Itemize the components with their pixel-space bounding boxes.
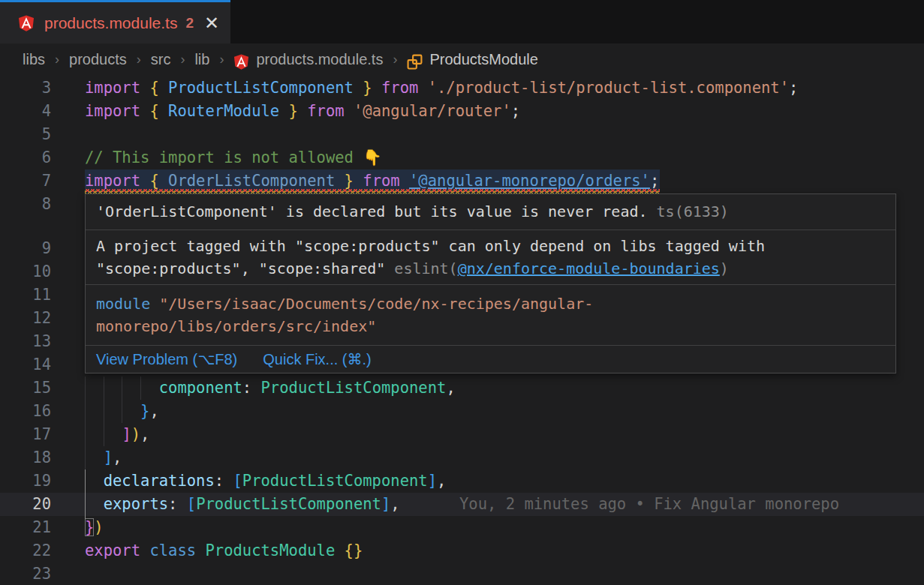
line-number[interactable]: 19 bbox=[0, 470, 51, 493]
code-line-4: 4import { RouterModule } from '@angular/… bbox=[0, 100, 924, 123]
line-number[interactable]: 8 bbox=[0, 193, 51, 216]
line-number[interactable]: 14 bbox=[0, 353, 51, 376]
hover-section-eslint-error: A project tagged with "scope:products" c… bbox=[86, 230, 895, 284]
code-text[interactable]: exports: [ProductListComponent], bbox=[85, 493, 400, 516]
tab-bar: products.module.ts 2 ✕ bbox=[0, 0, 924, 44]
code-line-15: 15 component: ProductListComponent, bbox=[0, 376, 924, 400]
chevron-right-icon: › bbox=[137, 52, 141, 68]
line-number[interactable]: 17 bbox=[0, 423, 51, 446]
code-text[interactable]: export class ProductsModule {} bbox=[85, 539, 363, 562]
code-text[interactable]: import { ProductListComponent } from './… bbox=[85, 76, 798, 100]
code-text[interactable]: }) bbox=[85, 516, 104, 539]
line-number[interactable]: 18 bbox=[0, 446, 51, 470]
line-number[interactable]: 6 bbox=[0, 146, 51, 170]
line-number[interactable]: 13 bbox=[0, 330, 51, 353]
angular-icon bbox=[233, 54, 249, 70]
code-text[interactable]: // This import is not allowed 👇 bbox=[85, 146, 382, 170]
line-number[interactable]: 4 bbox=[0, 100, 51, 123]
code-line-23: 23 bbox=[0, 562, 924, 585]
breadcrumb: libs › products › src › lib › products.m… bbox=[0, 44, 924, 75]
hover-messages: 'OrderListComponent' is declared but its… bbox=[86, 194, 895, 345]
line-number[interactable]: 15 bbox=[0, 376, 51, 400]
code-text[interactable]: ], bbox=[85, 446, 122, 470]
code-line-3: 3import { ProductListComponent } from '.… bbox=[0, 76, 924, 100]
code-line-16: 16 }, bbox=[0, 400, 924, 423]
line-number[interactable]: 5 bbox=[0, 123, 51, 146]
line-number[interactable]: 7 bbox=[0, 170, 51, 193]
tab-products-module-ts[interactable]: products.module.ts 2 ✕ bbox=[0, 0, 230, 44]
code-text[interactable]: ]), bbox=[85, 423, 149, 446]
breadcrumb-item-symbol[interactable]: ProductsModule bbox=[429, 51, 538, 68]
code-text[interactable]: }, bbox=[85, 400, 159, 423]
line-number[interactable]: 3 bbox=[0, 76, 51, 100]
chevron-right-icon: › bbox=[55, 52, 59, 68]
line-number[interactable]: 23 bbox=[0, 562, 51, 585]
code-line-22: 22export class ProductsModule {} bbox=[0, 539, 924, 562]
code-text[interactable]: component: ProductListComponent, bbox=[85, 376, 456, 400]
tab-title: products.module.ts bbox=[44, 14, 177, 32]
line-number[interactable]: 11 bbox=[0, 284, 51, 307]
active-indent-guide bbox=[85, 470, 86, 519]
code-text[interactable]: declarations: [ProductListComponent], bbox=[85, 470, 446, 493]
code-line-19: 19 declarations: [ProductListComponent], bbox=[0, 470, 924, 493]
breadcrumb-item-src[interactable]: src bbox=[151, 51, 171, 68]
code-line-21: 21}) bbox=[0, 516, 924, 539]
code-line-5: 5 bbox=[0, 123, 924, 146]
code-line-18: 18 ], bbox=[0, 446, 924, 470]
git-blame-annotation: You, 2 minutes ago • Fix Angular monorep… bbox=[459, 493, 839, 516]
problem-hover-tooltip: 'OrderListComponent' is declared but its… bbox=[85, 194, 896, 374]
code-line-6: 6// This import is not allowed 👇 bbox=[0, 146, 924, 170]
class-symbol-icon bbox=[407, 54, 423, 70]
code-line-17: 17 ]), bbox=[0, 423, 924, 446]
chevron-right-icon: › bbox=[180, 52, 185, 68]
code-text[interactable]: import { RouterModule } from '@angular/r… bbox=[85, 100, 520, 123]
close-icon[interactable]: ✕ bbox=[204, 14, 219, 32]
code-line-7: 7import { OrderListComponent } from '@an… bbox=[0, 170, 924, 193]
vscode-editor-window: products.module.ts 2 ✕ libs › products ›… bbox=[0, 0, 924, 585]
code-line-20: 20 exports: [ProductListComponent],You, … bbox=[0, 493, 924, 516]
line-number[interactable]: 16 bbox=[0, 400, 51, 423]
line-number[interactable]: 9 bbox=[0, 237, 51, 260]
eslint-rule-link[interactable]: @nx/enforce-module-boundaries bbox=[458, 260, 720, 278]
line-number[interactable]: 10 bbox=[0, 260, 51, 284]
breadcrumb-item-file[interactable]: products.module.ts bbox=[256, 51, 383, 68]
line-number[interactable]: 22 bbox=[0, 539, 51, 562]
hover-section-module-info: module "/Users/isaac/Documents/code/nx-r… bbox=[86, 284, 895, 345]
breadcrumb-item-libs[interactable]: libs bbox=[23, 51, 45, 68]
code-text[interactable]: import { OrderListComponent } from '@ang… bbox=[85, 170, 659, 193]
view-problem-link[interactable]: View Problem (⌥F8) bbox=[96, 350, 237, 368]
chevron-right-icon: › bbox=[393, 52, 397, 68]
line-number[interactable]: 20 bbox=[0, 493, 51, 516]
line-number[interactable]: 12 bbox=[0, 307, 51, 330]
chevron-right-icon: › bbox=[219, 52, 224, 68]
angular-icon bbox=[18, 14, 35, 32]
tab-problem-count: 2 bbox=[185, 15, 194, 32]
line-number[interactable]: 21 bbox=[0, 516, 51, 539]
breadcrumb-item-products[interactable]: products bbox=[69, 51, 127, 68]
quick-fix-link[interactable]: Quick Fix... (⌘.) bbox=[263, 350, 371, 368]
hover-actions: View Problem (⌥F8) Quick Fix... (⌘.) bbox=[86, 345, 895, 373]
breadcrumb-item-lib[interactable]: lib bbox=[194, 51, 209, 68]
hover-section-ts-error: 'OrderListComponent' is declared but its… bbox=[86, 194, 895, 230]
